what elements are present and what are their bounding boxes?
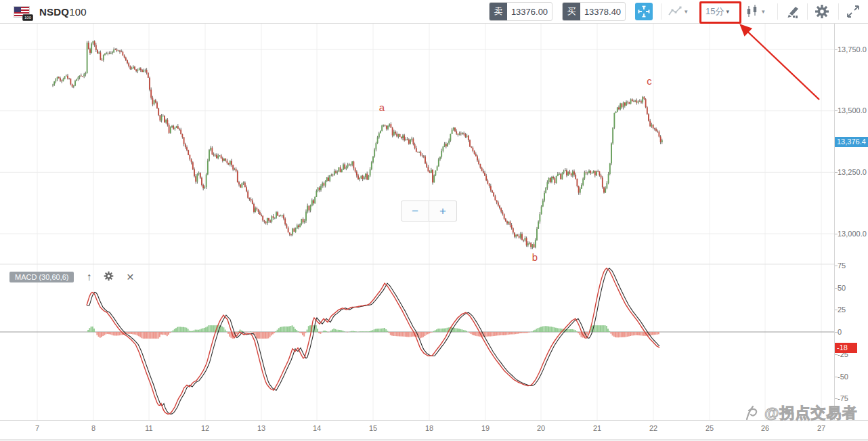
chevron-down-icon: ▾ xyxy=(685,8,688,15)
price-axis-label: 13,500.0 xyxy=(838,106,867,114)
zoom-controls: − + xyxy=(401,201,457,222)
expand-icon xyxy=(846,5,860,18)
x-axis-label: 13 xyxy=(257,424,265,432)
timeframe-label: 15分 xyxy=(706,5,724,18)
axis-tick xyxy=(835,332,838,333)
macd-value-badge: -18 xyxy=(835,343,857,353)
chart-layers xyxy=(0,23,834,420)
sell-label: 卖 xyxy=(490,3,507,20)
macd-indicator-header: MACD (30,60,6) ↑ ✕ xyxy=(9,271,134,282)
instrument-info: 100 NSDQ100 xyxy=(14,0,87,23)
x-axis-label: 11 xyxy=(145,424,152,432)
instrument-flag-icon: 100 xyxy=(14,6,30,18)
gear-icon xyxy=(815,4,829,19)
axis-tick xyxy=(835,49,838,50)
zoom-out-button[interactable]: − xyxy=(401,201,429,222)
x-axis-label: 27 xyxy=(817,424,825,432)
x-axis-label: 19 xyxy=(481,424,490,432)
x-axis-label: 18 xyxy=(425,424,433,432)
candlestick-series xyxy=(52,40,663,249)
buy-price: 13378.40 xyxy=(580,3,625,20)
collapse-arrow-button[interactable]: ↑ xyxy=(86,272,91,282)
fullscreen-button[interactable] xyxy=(846,0,860,23)
toolbar-separator xyxy=(807,3,808,20)
wave-label-b: b xyxy=(532,251,538,263)
zoom-in-button[interactable]: + xyxy=(429,201,457,222)
buy-button[interactable]: 买 13378.40 xyxy=(562,2,626,21)
last-price-badge: 13,376.4 xyxy=(835,137,868,147)
axis-tick xyxy=(835,310,838,310)
macd-indicator-badge: MACD (30,60,6) xyxy=(9,272,74,282)
x-axis-label: 26 xyxy=(761,424,769,432)
wave-label-a: a xyxy=(379,102,385,113)
flag-100-badge: 100 xyxy=(22,14,33,21)
x-axis-label: 15 xyxy=(369,424,377,432)
wave-label-c: c xyxy=(647,75,652,87)
x-axis-label: 21 xyxy=(593,424,601,432)
crosshair-button[interactable] xyxy=(635,3,653,20)
toolbar-separator xyxy=(838,3,839,20)
drawing-tools-button[interactable] xyxy=(784,0,800,23)
x-axis-label: 25 xyxy=(706,424,714,432)
instrument-name-light: 100 xyxy=(69,6,87,18)
toolbar-separator xyxy=(777,3,778,20)
macd-axis-label: -50 xyxy=(838,373,848,381)
instrument-name: NSDQ100 xyxy=(39,6,87,18)
flag-canton xyxy=(14,7,21,12)
indicator-settings-button[interactable] xyxy=(104,271,114,282)
price-axis-label: 13,750.0 xyxy=(838,45,867,54)
sell-button[interactable]: 卖 13376.00 xyxy=(489,2,552,21)
price-axis-label: 13,000.0 xyxy=(838,230,867,238)
x-axis-label: 12 xyxy=(201,424,209,432)
candle-style-dropdown[interactable]: ▾ xyxy=(745,0,765,23)
candlestick-icon xyxy=(745,4,760,19)
timeframe-dropdown[interactable]: 15分 ▾ xyxy=(706,0,729,23)
gear-icon xyxy=(104,271,114,281)
axis-tick xyxy=(835,398,838,399)
axis-tick xyxy=(835,266,838,266)
line-chart-icon xyxy=(668,6,682,17)
indicator-close-button[interactable]: ✕ xyxy=(126,272,134,282)
axis-tick xyxy=(835,354,838,355)
instrument-name-bold: NSDQ xyxy=(39,6,69,18)
top-toolbar: 100 NSDQ100 卖 13376.00 买 13378.40 xyxy=(0,0,868,24)
x-axis-label: 22 xyxy=(649,424,657,432)
chevron-down-icon: ▾ xyxy=(726,8,729,15)
toolbar-separator xyxy=(661,3,661,20)
chevron-down-icon: ▾ xyxy=(762,8,765,15)
x-axis-label: 8 xyxy=(91,424,95,432)
x-axis-label: 20 xyxy=(537,424,545,432)
macd-axis-label: 0 xyxy=(838,328,842,336)
macd-axis-label: 25 xyxy=(838,306,846,314)
settings-button[interactable] xyxy=(815,0,829,23)
chart-type-dropdown[interactable]: ▾ xyxy=(668,0,688,23)
axis-tick xyxy=(835,172,838,173)
sell-price: 13376.00 xyxy=(507,3,552,20)
axis-tick xyxy=(835,234,838,234)
macd-axis-label: 75 xyxy=(838,261,846,270)
time-axis[interactable]: 7811121314151819202122252627 xyxy=(0,420,868,440)
x-axis-label: 7 xyxy=(35,424,39,432)
macd-axis-label: 50 xyxy=(838,284,846,292)
axis-tick xyxy=(835,110,838,111)
buy-label: 买 xyxy=(563,3,580,20)
price-chart[interactable] xyxy=(0,23,834,441)
price-axis-label: 13,250.0 xyxy=(838,168,867,176)
trading-app-window: 100 NSDQ100 卖 13376.00 买 13378.40 xyxy=(0,0,868,441)
axis-tick xyxy=(835,377,838,377)
x-axis-label: 14 xyxy=(313,424,321,432)
crosshair-icon xyxy=(637,5,651,18)
price-axis[interactable]: 13,750.013,500.013,250.013,000.07550250-… xyxy=(834,23,868,420)
axis-tick xyxy=(835,288,838,289)
pencil-icon xyxy=(784,5,800,18)
macd-axis-label: -75 xyxy=(838,394,848,402)
